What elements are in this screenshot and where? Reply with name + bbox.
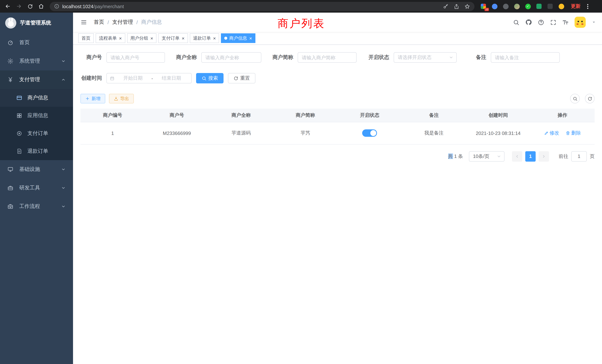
site-info-icon[interactable] [54, 4, 59, 9]
cell-create-time: 2021-10-23 08:31:14 [466, 122, 530, 144]
add-button[interactable]: 新增 [80, 94, 105, 103]
password-key-icon[interactable] [443, 3, 449, 9]
reload-button[interactable] [25, 1, 35, 11]
cell-remark: 我是备注 [402, 122, 466, 144]
tab-user-group[interactable]: 用户分组 × [127, 33, 156, 43]
col-merchant-no: 商户号 [145, 109, 209, 122]
sidebar-item-refund-orders[interactable]: 退款订单 [0, 142, 73, 160]
col-short-name: 商户简称 [273, 109, 337, 122]
extension-green-square-icon[interactable] [535, 3, 543, 10]
sidebar-item-label: 研发工具 [19, 185, 40, 191]
close-icon[interactable]: × [150, 36, 153, 41]
back-button[interactable] [3, 1, 13, 11]
screen: localhost:1024 /pay/merchant 10 [0, 0, 602, 364]
full-name-input[interactable] [201, 52, 261, 63]
sidebar-item-home[interactable]: 首页 [0, 33, 73, 52]
close-icon[interactable]: × [119, 36, 122, 41]
github-icon[interactable] [525, 19, 532, 26]
sidebar-collapse-icon[interactable] [79, 17, 89, 27]
bookmark-star-icon[interactable] [464, 3, 470, 9]
sidebar-item-payment-orders[interactable]: 支付订单 [0, 125, 73, 142]
extension-avatar-icon[interactable] [513, 3, 520, 10]
page-number-1[interactable]: 1 [525, 151, 536, 161]
tab-refund-orders[interactable]: 退款订单 × [190, 33, 219, 43]
table-header-row: 商户编号 商户号 商户全称 商户简称 开启状态 备注 创建时间 操作 [80, 109, 595, 122]
avatar-caret-down-icon[interactable] [592, 20, 596, 24]
close-icon[interactable]: × [182, 36, 184, 41]
address-bar[interactable]: localhost:1024 /pay/merchant [50, 2, 474, 11]
goto-page-input[interactable] [571, 151, 587, 161]
toggle-search-button[interactable] [570, 94, 580, 103]
sidebar-item-merchant-info[interactable]: 商户信息 [0, 89, 73, 107]
extension-dark-square-icon[interactable] [546, 3, 554, 10]
prev-page-button[interactable] [512, 151, 522, 161]
extension-blue-drop-icon[interactable] [491, 3, 498, 10]
tab-process-form[interactable]: 流程表单 × [96, 33, 125, 43]
page-size-select[interactable]: 10条/页 [469, 151, 505, 161]
breadcrumb-home[interactable]: 首页 [94, 19, 104, 26]
tab-merchant-info[interactable]: 商户信息 × [221, 33, 255, 43]
tab-label: 退款订单 [193, 35, 211, 41]
font-size-icon[interactable] [562, 19, 569, 25]
forward-button[interactable] [14, 1, 24, 11]
sidebar-item-app-info[interactable]: 应用信息 [0, 107, 73, 125]
share-icon[interactable] [454, 3, 459, 9]
create-time-range-picker[interactable]: 开始日期 - 结束日期 [106, 73, 192, 83]
merchant-no-input[interactable] [106, 52, 165, 63]
chevron-down-icon [61, 204, 66, 209]
chevron-down-icon [449, 55, 453, 60]
extension-green-circle-icon[interactable]: ✓ [524, 3, 532, 10]
close-icon[interactable]: × [213, 36, 216, 41]
pagination: 共 1 条 10条/页 1 前往 [80, 151, 595, 161]
export-button-label: 导出 [120, 96, 129, 102]
status-toggle[interactable] [362, 129, 377, 137]
chevron-down-icon [497, 154, 501, 159]
short-name-input[interactable] [298, 52, 357, 63]
refresh-table-button[interactable] [585, 94, 595, 103]
tab-home[interactable]: 首页 [78, 33, 94, 43]
sidebar-item-payment[interactable]: 支付管理 [0, 70, 73, 89]
url-path: /pay/merchant [93, 3, 124, 9]
extension-colorful-icon[interactable]: 10 [480, 3, 487, 10]
sidebar-item-label: 应用信息 [27, 112, 48, 119]
sidebar-item-dev-tools[interactable]: 研发工具 [0, 179, 73, 197]
export-button[interactable]: 导出 [109, 94, 134, 103]
remark-input[interactable] [491, 52, 560, 63]
help-icon[interactable] [538, 19, 544, 25]
table-toolbar: 新增 导出 [80, 94, 595, 103]
extension-emoji-icon[interactable] [558, 3, 565, 10]
filter-row-1: 商户号 商户全称 商户简称 开启状态 请选择开启状态 [80, 52, 595, 63]
grid-icon [16, 113, 22, 119]
delete-link[interactable]: 删除 [566, 130, 581, 136]
user-avatar[interactable] [575, 17, 586, 28]
extension-badge: 10 [484, 8, 489, 11]
reset-button[interactable]: 重置 [228, 73, 255, 83]
next-page-button[interactable] [539, 151, 549, 161]
fullscreen-icon[interactable] [550, 19, 556, 25]
date-end-placeholder: 结束日期 [154, 75, 188, 82]
edit-link-label: 修改 [549, 130, 559, 136]
sidebar-item-system[interactable]: 系统管理 [0, 52, 73, 70]
breadcrumb: 首页 / 支付管理 / 商户信息 [94, 19, 162, 26]
close-icon[interactable]: × [249, 36, 252, 41]
search-button[interactable]: 搜索 [196, 73, 224, 83]
toolbox-icon [7, 185, 13, 191]
sidebar-item-infrastructure[interactable]: 基础设施 [0, 160, 73, 179]
navbar-actions [513, 17, 596, 28]
sidebar-item-workflow[interactable]: 工作流程 [0, 197, 73, 216]
search-icon[interactable] [513, 19, 519, 25]
app-logo[interactable]: 芋道管理系统 [0, 13, 73, 33]
dashboard-icon [7, 40, 13, 46]
extension-dark-circle-icon[interactable] [502, 3, 509, 10]
date-start-placeholder: 开始日期 [116, 75, 150, 82]
chevron-down-icon [61, 186, 66, 190]
tab-payment-orders[interactable]: 支付订单 × [158, 33, 188, 43]
home-button[interactable] [36, 1, 46, 11]
browser-update-button[interactable]: 更新 [571, 3, 580, 10]
edit-link[interactable]: 修改 [544, 130, 559, 136]
sidebar-submenu-payment: 商户信息 应用信息 支付订单 [0, 89, 73, 160]
breadcrumb-payment[interactable]: 支付管理 [112, 19, 133, 26]
status-select[interactable]: 请选择开启状态 [394, 52, 457, 63]
cell-status [337, 122, 402, 144]
browser-menu-icon[interactable] [584, 3, 591, 10]
